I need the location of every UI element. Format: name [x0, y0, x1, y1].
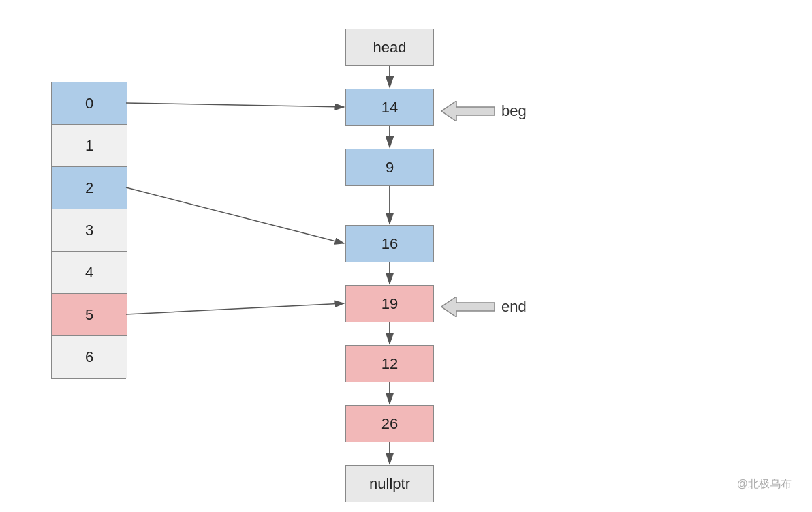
node-9: 9	[345, 149, 434, 186]
array-cell-2: 2	[52, 167, 127, 209]
svg-line-10	[126, 103, 344, 107]
beg-label: beg	[501, 102, 527, 120]
array-cell-0: 0	[52, 82, 127, 125]
svg-marker-1	[441, 297, 495, 317]
node-nullptr: nullptr	[345, 465, 434, 502]
array-cell-3: 3	[52, 209, 127, 252]
node-26: 26	[345, 405, 434, 442]
node-12: 12	[345, 345, 434, 382]
node-16: 16	[345, 225, 434, 262]
beg-arrow-svg	[441, 101, 496, 121]
array-table: 0 1 2 3 4 5 6	[51, 82, 126, 379]
end-arrow: end	[441, 297, 521, 317]
array-cell-4: 4	[52, 252, 127, 294]
array-cell-5: 5	[52, 294, 127, 336]
node-14: 14	[345, 89, 434, 126]
end-arrow-svg	[441, 297, 496, 317]
array-cell-1: 1	[52, 125, 127, 167]
end-label: end	[501, 298, 527, 316]
svg-line-12	[126, 303, 344, 314]
svg-line-11	[126, 187, 344, 243]
node-19: 19	[345, 285, 434, 322]
beg-arrow: beg	[441, 101, 521, 121]
watermark: @北极乌布	[737, 477, 792, 492]
diagram-container: 0 1 2 3 4 5 6 head 14 9 16 19 12 26 null…	[0, 0, 812, 512]
array-cell-6: 6	[52, 336, 127, 378]
node-head: head	[345, 29, 434, 66]
svg-marker-0	[441, 101, 495, 121]
